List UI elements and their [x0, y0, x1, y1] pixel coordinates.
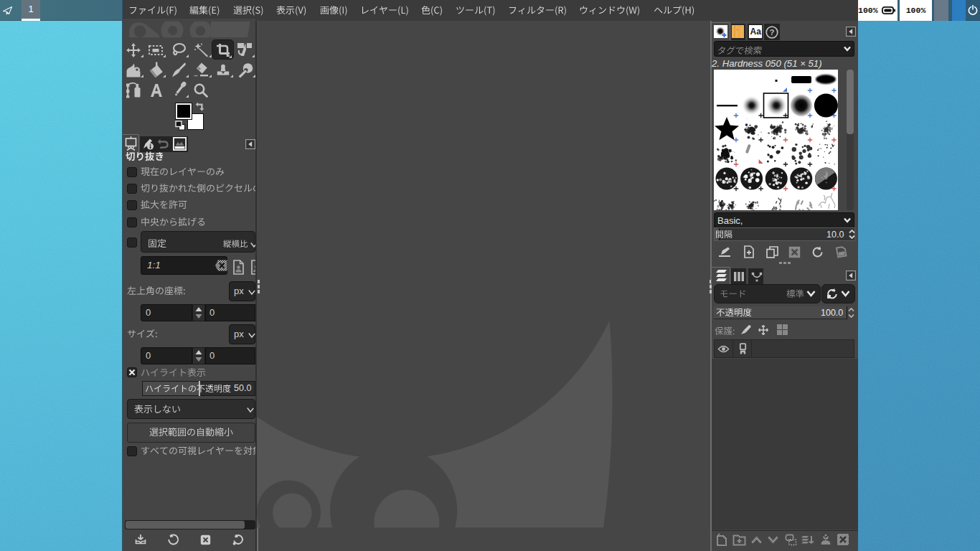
svg-text:?: ? — [769, 28, 774, 37]
